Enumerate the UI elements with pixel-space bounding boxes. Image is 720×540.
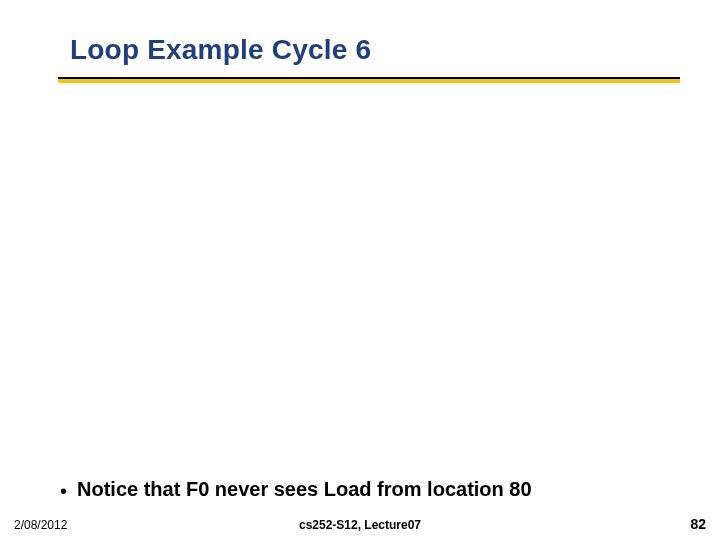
title-area: Loop Example Cycle 6 <box>70 34 680 66</box>
bullet-item: • Notice that F0 never sees Load from lo… <box>60 478 532 502</box>
slide: Loop Example Cycle 6 • Notice that F0 ne… <box>0 0 720 540</box>
footer-page-number: 82 <box>690 516 706 532</box>
bullet-text: Notice that F0 never sees Load from loca… <box>77 478 532 501</box>
title-rule-accent <box>58 79 680 83</box>
footer-center: cs252-S12, Lecture07 <box>0 518 720 532</box>
slide-title: Loop Example Cycle 6 <box>70 34 680 66</box>
footer: 2/08/2012 cs252-S12, Lecture07 82 <box>0 512 720 532</box>
bullet-marker: • <box>60 479 67 503</box>
